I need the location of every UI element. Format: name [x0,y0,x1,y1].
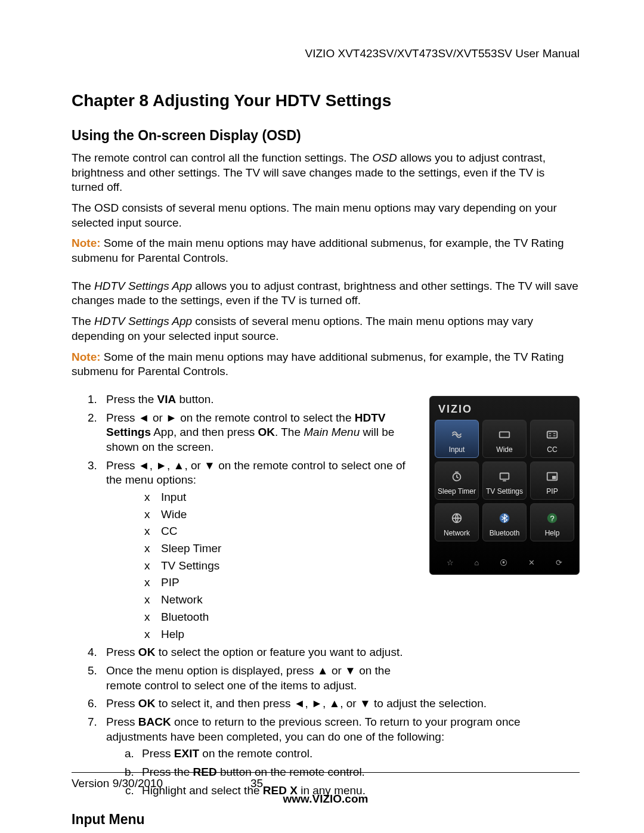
text: Press [142,747,174,760]
back-button: BACK [138,716,171,728]
section-heading-input-menu: Input Menu [72,811,580,829]
step-3: Press ◄, ►, ▲, or ▼ on the remote contro… [100,459,415,642]
header-product-line: VIZIO XVT423SV/XVT473SV/XVT553SV User Ma… [72,47,580,61]
osd-note-2: Note: Some of the main menu options may … [72,350,580,379]
osd-term: OSD [372,151,397,164]
tile-label: Network [444,529,470,538]
opt-cc: CC [144,524,415,539]
tile-wide[interactable]: Wide [482,420,527,458]
opt-input: Input [144,490,415,505]
dock-star-icon[interactable]: ☆ [447,558,454,568]
text: Press ◄, ►, ▲, or ▼ on the remote contro… [106,459,405,487]
chapter-number: Chapter 8 [72,91,148,110]
device-brand: VIZIO [430,397,579,420]
text: to select it, and then press ◄, ►, ▲, or… [155,697,487,710]
term: HDTV Settings App [94,280,192,292]
footer-version: Version 9/30/2010 [72,776,250,791]
step-5: Once the menu option is displayed, press… [100,664,415,693]
steps-column: Press the VIA button. Press ◄ or ► on th… [72,392,415,696]
page-footer: Version 9/30/2010 35 www.VIZIO.com [72,772,580,807]
text: Press ◄ or ► on the remote control to se… [106,411,355,424]
step-2: Press ◄ or ► on the remote control to se… [100,411,415,455]
dock-home-icon[interactable]: ⌂ [475,558,479,568]
steps-and-device: Press the VIA button. Press ◄ or ► on th… [72,392,580,696]
opt-bluetooth: Bluetooth [144,610,415,625]
opt-wide: Wide [144,507,415,522]
footer-url: www.VIZIO.com [72,792,580,807]
tile-label: Sleep Timer [438,488,476,496]
footer-row: Version 9/30/2010 35 [72,776,580,791]
footer-page-number: 35 [250,776,263,791]
tile-network[interactable]: Network [435,503,479,541]
osd-block-2: The HDTV Settings App allows you to adju… [72,279,580,379]
globe-icon [448,510,466,526]
text: on the remote control. [199,747,312,760]
tile-label: Input [449,446,465,454]
osd-para-3: The HDTV Settings App allows you to adju… [72,279,580,308]
input-icon [448,427,466,442]
osd-para-4: The HDTV Settings App consists of severa… [72,314,580,343]
tile-label: Help [545,529,560,538]
page: VIZIO XVT423SV/XVT473SV/XVT553SV User Ma… [0,0,644,833]
ok-button: OK [258,426,275,438]
ok-button: OK [138,646,156,658]
text: Press [106,697,138,710]
main-menu-term: Main Menu [304,426,360,438]
text: button. [176,393,213,405]
svg-rect-5 [552,476,556,479]
tv-icon [496,469,513,484]
opt-help: Help [144,627,415,642]
section-heading-osd: Using the On-screen Display (OSD) [72,127,580,145]
exit-button: EXIT [174,747,199,760]
osd-para-2: The OSD consists of several menu options… [72,201,580,230]
opt-sleep-timer: Sleep Timer [144,541,415,556]
tile-cc[interactable]: CC [530,420,574,458]
tile-label: PIP [546,488,558,496]
step-6: Press OK to select it, and then press ◄,… [100,696,580,711]
tile-pip[interactable]: PIP [530,462,574,500]
osd-device-mock: VIZIO Input Wide CC Sleep Timer [429,396,580,575]
term: HDTV Settings App [94,315,192,327]
cc-icon [543,427,561,442]
ok-button: OK [138,697,156,710]
text: to select the option or feature you want… [155,646,402,658]
step-1: Press the VIA button. [100,392,415,407]
opt-tv-settings: TV Settings [144,559,415,574]
tile-label: Bluetooth [490,529,520,538]
note-text: Some of the main menu options may have a… [72,237,564,264]
svg-rect-1 [547,431,558,438]
tile-help[interactable]: ? Help [530,503,574,541]
tile-bluetooth[interactable]: Bluetooth [482,503,527,541]
via-button: VIA [157,393,177,405]
dock-close-icon[interactable]: ✕ [528,558,535,568]
tile-input[interactable]: Input [435,420,479,458]
text: The [72,315,94,327]
osd-block-1: The remote control can control all the f… [72,151,580,266]
wide-icon [496,427,513,442]
opt-network: Network [144,593,415,608]
tile-label: CC [547,446,557,454]
text: The remote control can control all the f… [72,151,372,164]
tile-tv-settings[interactable]: TV Settings [482,462,527,500]
note-label: Note: [72,237,101,249]
device-dock: ☆ ⌂ ⦿ ✕ ⟳ [430,547,579,571]
opt-pip: PIP [144,575,415,590]
text: Press [106,646,138,658]
svg-text:?: ? [550,513,554,522]
tile-label: TV Settings [486,488,523,496]
device-grid: Input Wide CC Sleep Timer TV Settings [430,420,579,541]
note-label: Note: [72,351,101,363]
text: App, and then press [151,426,258,438]
footer-divider [72,772,580,773]
svg-rect-0 [500,432,510,437]
tile-sleep-timer[interactable]: Sleep Timer [435,462,479,500]
dock-ok-icon[interactable]: ⦿ [500,558,507,568]
text: Press [106,716,138,728]
menu-option-list: Input Wide CC Sleep Timer TV Settings PI… [106,490,415,642]
osd-note-1: Note: Some of the main menu options may … [72,236,580,265]
svg-rect-3 [500,473,509,479]
text: Press the [106,393,157,405]
clock-icon [448,469,466,484]
text: . The [275,426,304,438]
dock-refresh-icon[interactable]: ⟳ [556,558,562,568]
